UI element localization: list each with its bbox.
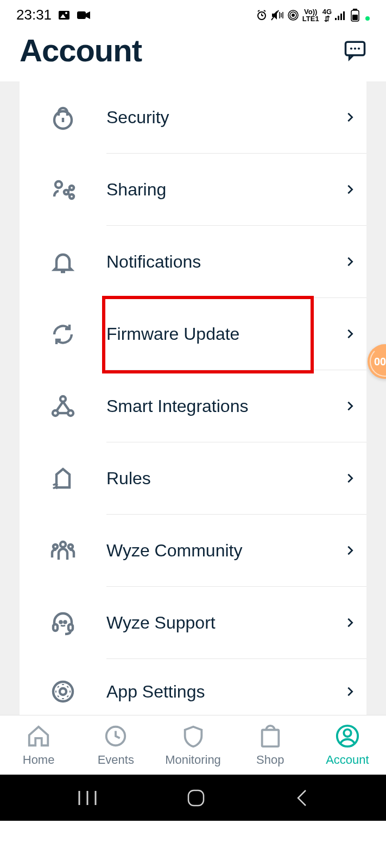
home-button[interactable] [185,787,207,809]
svg-rect-0 [59,11,69,20]
list-item-firmware-update[interactable]: Firmware Update [20,298,366,370]
svg-line-42 [63,402,69,411]
chevron-right-icon [344,544,356,556]
list-item-smart-integrations[interactable]: Smart Integrations [20,370,366,442]
list-item-label: Firmware Update [106,324,239,344]
home-icon [26,724,51,749]
gear-icon [50,679,76,705]
nav-account[interactable]: Account [309,715,386,775]
svg-rect-48 [68,624,73,631]
list-item-notifications[interactable]: Notifications [20,226,366,298]
svg-line-36 [68,193,70,195]
nav-label: Account [326,753,369,767]
refresh-icon [50,321,76,347]
chevron-right-icon [344,686,356,698]
nav-label: Events [98,753,134,767]
clock-icon [103,724,128,749]
nav-label: Monitoring [165,753,221,767]
chevron-right-icon [344,617,356,629]
svg-point-50 [64,621,66,623]
list-item-app-settings[interactable]: App Settings [20,659,366,724]
video-icon [77,9,91,21]
android-navigation-bar [0,775,386,821]
list-item-label: Sharing [106,180,166,200]
recent-apps-button[interactable] [76,789,99,807]
integrations-icon [50,394,76,420]
chevron-right-icon [344,472,356,484]
nav-label: Home [23,753,55,767]
headset-icon [50,610,76,636]
volte-icon: Vo))LTE1 [302,8,319,22]
svg-rect-19 [338,16,339,20]
network-4g-icon: 4G⇵ [322,8,332,22]
page-title: Account [20,32,142,68]
picture-icon [58,9,70,21]
bell-icon [50,249,76,275]
svg-point-45 [53,544,58,549]
nav-events[interactable]: Events [77,715,154,775]
record-timer: 00:0 [374,356,386,368]
list-item-sharing[interactable]: Sharing [20,154,366,226]
svg-rect-20 [340,14,342,20]
chevron-right-icon [344,183,356,195]
nav-shop[interactable]: Shop [232,715,309,775]
list-item-label: Smart Integrations [106,396,248,416]
lock-icon [50,105,76,131]
svg-point-28 [358,47,360,49]
svg-point-46 [68,544,73,549]
list-item-label: Wyze Community [106,541,242,561]
svg-point-15 [292,14,295,17]
list-item-support[interactable]: Wyze Support [20,587,366,659]
rules-icon [50,466,76,492]
shield-icon [181,724,206,749]
svg-line-35 [68,189,70,191]
svg-rect-18 [335,18,337,20]
camera-active-dot-icon [365,16,370,21]
status-time: 23:31 [16,7,52,23]
svg-point-31 [55,181,62,188]
share-icon [50,177,76,203]
signal-icon [335,10,347,21]
nav-home[interactable]: Home [0,715,77,775]
chevron-right-icon [344,328,356,340]
list-item-label: App Settings [106,682,205,702]
content-area: Security Sharing Notifications Firmware … [0,81,386,715]
community-icon [50,538,76,564]
chat-icon[interactable] [344,39,366,62]
status-bar: 23:31 Vo))LTE1 4G⇵ [0,0,386,30]
back-button[interactable] [294,788,310,808]
chevron-right-icon [344,111,356,123]
list-item-label: Security [106,107,169,128]
settings-list: Security Sharing Notifications Firmware … [20,81,366,724]
svg-marker-4 [86,11,90,19]
svg-rect-24 [352,15,358,20]
svg-line-41 [56,402,63,411]
svg-line-9 [264,10,265,11]
svg-rect-3 [77,11,86,19]
svg-point-52 [60,688,66,695]
svg-rect-21 [343,11,345,20]
app-header: Account [0,30,386,81]
alarm-icon [256,9,268,21]
svg-point-27 [354,47,356,49]
svg-point-56 [344,729,351,736]
account-icon [335,724,360,749]
list-item-community[interactable]: Wyze Community [20,515,366,587]
svg-rect-47 [53,624,58,631]
svg-point-26 [350,47,352,49]
list-item-rules[interactable]: Rules [20,442,366,515]
list-item-label: Rules [106,468,151,489]
list-item-label: Wyze Support [106,613,216,633]
svg-point-38 [60,396,66,402]
mute-vibrate-icon [271,9,284,21]
svg-point-2 [65,12,67,14]
svg-point-44 [60,542,66,547]
list-item-security[interactable]: Security [20,81,366,154]
battery-icon [350,9,360,22]
chevron-right-icon [344,256,356,268]
svg-point-49 [60,621,61,623]
hotspot-icon [287,9,299,21]
nav-label: Shop [256,753,284,767]
svg-line-8 [258,10,260,11]
nav-monitoring[interactable]: Monitoring [154,715,231,775]
